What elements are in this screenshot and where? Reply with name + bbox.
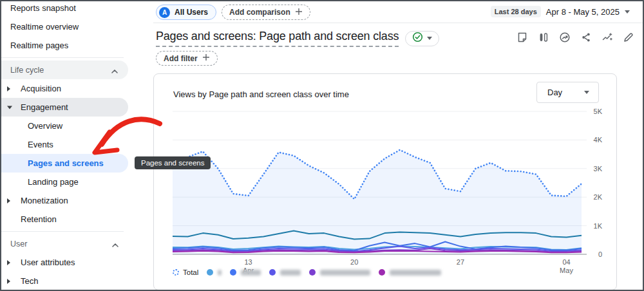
add-filter-button[interactable]: Add filter bbox=[156, 51, 218, 66]
sidebar-item-label: Tech bbox=[21, 276, 38, 286]
legend-dot-icon bbox=[207, 269, 213, 276]
all-users-avatar-icon: A bbox=[159, 7, 170, 18]
x-tick-day: 13 bbox=[233, 258, 264, 267]
sidebar-item-label: User attributes bbox=[21, 258, 75, 267]
sidebar-item-events[interactable]: Events bbox=[1, 135, 129, 154]
line-chart-plot bbox=[154, 74, 616, 290]
y-axis-tick: 2K bbox=[588, 193, 602, 201]
x-tick-day: 20 bbox=[339, 258, 370, 267]
plus-icon bbox=[202, 53, 210, 63]
legend-dot-icon bbox=[269, 269, 276, 276]
y-axis-tick: 3K bbox=[588, 165, 602, 173]
add-comparison-button[interactable]: Add comparison bbox=[222, 5, 310, 20]
x-tick-day: 27 bbox=[445, 258, 476, 267]
sidebar-item-label: Retention bbox=[21, 214, 57, 224]
sidebar-item-label: Life cycle bbox=[10, 66, 44, 75]
sidebar-item-tech[interactable]: Tech bbox=[1, 272, 129, 290]
sidebar-item-label: Monetization bbox=[21, 196, 68, 205]
chevron-up-icon[interactable] bbox=[111, 64, 118, 76]
sidebar-item-label: Events bbox=[28, 140, 53, 149]
reports-sidebar: Reports snapshotRealtime overviewRealtim… bbox=[1, 0, 129, 290]
date-range-text: Apr 8 - May 5, 2025 bbox=[546, 7, 620, 17]
plus-icon bbox=[295, 8, 303, 17]
sidebar-item-label: Engagement bbox=[21, 102, 68, 112]
report-title-row: Pages and screens: Page path and screen … bbox=[156, 30, 439, 47]
legend-item-redacted[interactable] bbox=[207, 269, 222, 276]
sidebar-item-label: Acquisition bbox=[21, 84, 61, 93]
sparkline-insight-icon[interactable] bbox=[600, 30, 615, 45]
expand-arrow-icon[interactable] bbox=[7, 279, 10, 284]
legend-item-total[interactable]: Total bbox=[173, 268, 198, 276]
legend-item-redacted[interactable] bbox=[379, 269, 441, 276]
ga4-report-window: Reports snapshotRealtime overviewRealtim… bbox=[0, 0, 644, 291]
sidebar-divider bbox=[1, 57, 124, 58]
x-tick-day: 04 bbox=[551, 258, 582, 267]
edit-pencil-icon[interactable] bbox=[621, 30, 636, 45]
sidebar-item-overview[interactable]: Overview bbox=[1, 117, 129, 135]
legend-label-redacted bbox=[280, 270, 301, 276]
legend-label: Total bbox=[183, 268, 198, 276]
share-icon[interactable] bbox=[578, 30, 594, 45]
legend-label-redacted bbox=[218, 270, 222, 276]
nav-tooltip: Pages and screens bbox=[135, 156, 211, 169]
date-range-picker[interactable]: Last 28 days Apr 8 - May 5, 2025 bbox=[491, 6, 630, 17]
legend-label-redacted bbox=[320, 270, 370, 276]
sidebar-item-label: Overview bbox=[28, 121, 62, 131]
all-users-label: All Users bbox=[175, 8, 208, 17]
expand-arrow-icon[interactable] bbox=[7, 260, 10, 265]
insights-circle-icon[interactable] bbox=[557, 30, 573, 45]
sidebar-item-user[interactable]: User bbox=[1, 234, 129, 253]
date-range-badge: Last 28 days bbox=[491, 6, 541, 17]
sidebar-item-life-cycle[interactable]: Life cycle bbox=[1, 61, 128, 79]
chevron-up-icon[interactable] bbox=[112, 238, 118, 250]
expand-arrow-icon[interactable] bbox=[7, 198, 10, 203]
y-axis-tick: 1K bbox=[588, 222, 602, 230]
dotted-circle-icon bbox=[173, 269, 179, 276]
y-axis-tick: 5K bbox=[588, 108, 602, 115]
sidebar-item-monetization[interactable]: Monetization bbox=[1, 191, 129, 210]
chart-legend: Total bbox=[173, 268, 450, 276]
sidebar-item-label: Realtime pages bbox=[10, 41, 68, 50]
page-title: Pages and screens: Page path and screen … bbox=[156, 30, 399, 47]
collapse-arrow-icon[interactable] bbox=[7, 106, 12, 109]
report-toolbar bbox=[515, 30, 636, 45]
expand-arrow-icon[interactable] bbox=[7, 86, 10, 91]
add-comparison-label: Add comparison bbox=[229, 8, 290, 17]
add-filter-label: Add filter bbox=[164, 54, 198, 63]
sidebar-item-realtime-overview[interactable]: Realtime overview bbox=[1, 17, 129, 36]
x-tick-month: May bbox=[551, 267, 582, 275]
comparison-chips-row: A All Users Add comparison bbox=[156, 5, 310, 20]
sidebar-item-retention[interactable]: Retention bbox=[1, 210, 129, 229]
check-circle-icon bbox=[412, 32, 423, 45]
sidebar-item-pages-and-screens[interactable]: Pages and screens bbox=[1, 154, 128, 173]
chevron-down-icon bbox=[427, 37, 432, 40]
sidebar-item-user-attributes[interactable]: User attributes bbox=[1, 253, 129, 272]
sidebar-item-realtime-pages[interactable]: Realtime pages bbox=[1, 36, 129, 55]
y-axis-tick: 4K bbox=[588, 136, 602, 144]
sidebar-item-label: Landing page bbox=[28, 177, 79, 187]
chevron-down-icon bbox=[625, 10, 630, 14]
topbar-divider bbox=[153, 23, 643, 23]
sidebar-item-label: Pages and screens bbox=[28, 158, 104, 168]
views-over-time-card: Views by Page path and screen class over… bbox=[153, 73, 617, 290]
sidebar-item-label: User bbox=[10, 239, 27, 249]
sidebar-item-landing-page[interactable]: Landing page bbox=[1, 173, 129, 191]
legend-item-redacted[interactable] bbox=[309, 269, 370, 276]
sidebar-item-label: Reports snapshot bbox=[10, 3, 76, 13]
compare-bars-icon[interactable] bbox=[536, 30, 551, 45]
legend-label-redacted bbox=[241, 270, 261, 276]
sidebar-item-reports-snapshot[interactable]: Reports snapshot bbox=[1, 0, 129, 17]
note-icon[interactable] bbox=[515, 30, 530, 45]
legend-item-redacted[interactable] bbox=[230, 269, 261, 276]
sidebar-item-engagement[interactable]: Engagement bbox=[1, 98, 128, 117]
legend-dot-icon bbox=[230, 269, 236, 276]
sidebar-item-acquisition[interactable]: Acquisition bbox=[1, 79, 129, 98]
all-users-chip[interactable]: A All Users bbox=[156, 5, 216, 20]
legend-label-redacted bbox=[390, 270, 441, 276]
sidebar-item-label: Realtime overview bbox=[10, 22, 79, 32]
report-status-dropdown[interactable] bbox=[405, 31, 439, 46]
legend-item-redacted[interactable] bbox=[269, 269, 301, 276]
sidebar-divider bbox=[1, 231, 124, 232]
legend-dot-icon bbox=[309, 269, 316, 276]
x-axis-tick: 20 bbox=[339, 258, 370, 267]
